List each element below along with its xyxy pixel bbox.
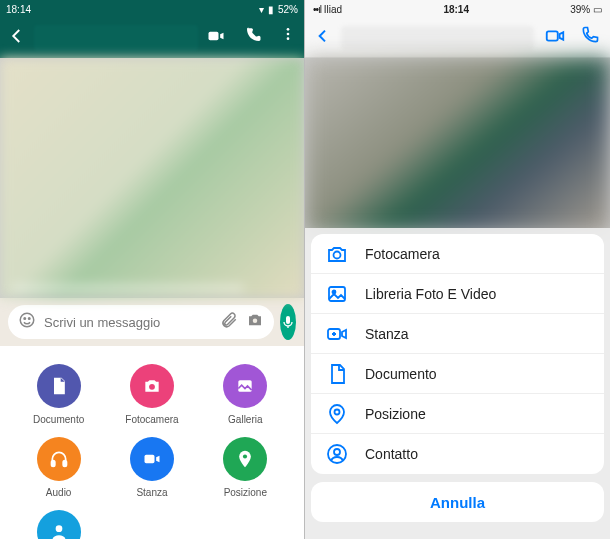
voice-call-icon[interactable] (580, 25, 600, 51)
svg-point-17 (334, 251, 341, 258)
ios-action-sheet: Fotocamera Libreria Foto E Video Stanza … (311, 234, 604, 474)
attach-posizione[interactable]: Posizione (205, 437, 285, 498)
sheet-label: Documento (365, 366, 437, 382)
svg-rect-11 (51, 461, 54, 467)
sheet-label: Posizione (365, 406, 426, 422)
svg-point-7 (253, 319, 258, 324)
ios-chat-header (305, 18, 610, 58)
svg-rect-13 (144, 455, 154, 463)
attach-label: Audio (46, 487, 72, 498)
attach-label: Posizione (224, 487, 267, 498)
svg-rect-12 (63, 461, 66, 467)
android-chat-header (0, 18, 304, 58)
document-icon (37, 364, 81, 408)
attach-documento[interactable]: Documento (19, 364, 99, 425)
room-icon (130, 437, 174, 481)
cancel-button[interactable]: Annulla (311, 482, 604, 522)
back-button[interactable] (315, 28, 331, 48)
battery-label: 39% ▭ (570, 4, 602, 15)
sheet-label: Contatto (365, 446, 418, 462)
svg-point-9 (149, 384, 155, 390)
status-right: ▾ ▮ 52% (259, 4, 298, 15)
attach-galleria[interactable]: Galleria (205, 364, 285, 425)
svg-point-1 (287, 28, 290, 31)
camera-icon (325, 242, 349, 266)
attachment-sheet: Documento Fotocamera Galleria Audio (0, 346, 304, 539)
contact-icon (325, 442, 349, 466)
svg-point-6 (29, 318, 31, 320)
svg-point-5 (24, 318, 26, 320)
svg-point-15 (55, 525, 62, 532)
ios-action-sheet-overlay: Fotocamera Libreria Foto E Video Stanza … (305, 228, 610, 539)
chat-background-blurred (305, 58, 610, 233)
attach-fotocamera[interactable]: Fotocamera (112, 364, 192, 425)
svg-point-21 (335, 409, 340, 414)
attach-audio[interactable]: Audio (19, 437, 99, 498)
contact-name-blurred[interactable] (341, 26, 534, 50)
gallery-icon (325, 282, 349, 306)
sheet-label: Stanza (365, 326, 409, 342)
sheet-contatto[interactable]: Contatto (311, 434, 604, 474)
attach-icon[interactable] (220, 311, 238, 333)
emoji-icon[interactable] (18, 311, 36, 333)
contact-icon (37, 510, 81, 539)
attach-contatto[interactable] (19, 510, 99, 539)
svg-rect-16 (547, 31, 558, 40)
attach-label: Stanza (136, 487, 167, 498)
room-icon (325, 322, 349, 346)
svg-rect-18 (329, 287, 345, 301)
voice-call-icon[interactable] (244, 26, 262, 50)
video-call-icon[interactable] (206, 26, 226, 50)
chat-background-blurred (0, 58, 304, 298)
gallery-icon (223, 364, 267, 408)
svg-rect-8 (286, 316, 290, 324)
camera-icon[interactable] (246, 311, 264, 333)
mic-button[interactable] (280, 304, 296, 340)
ios-panel: ••ıl Iliad 18:14 39% ▭ Fotocamera Libr (305, 0, 610, 539)
svg-point-4 (20, 313, 34, 327)
svg-point-3 (287, 37, 290, 40)
sheet-fotocamera[interactable]: Fotocamera (311, 234, 604, 274)
attach-stanza[interactable]: Stanza (112, 437, 192, 498)
svg-rect-0 (209, 32, 219, 40)
wifi-icon: ▾ (259, 4, 264, 15)
svg-point-14 (243, 454, 247, 458)
message-input-pill[interactable] (8, 305, 274, 339)
sheet-documento[interactable]: Documento (311, 354, 604, 394)
sheet-label: Libreria Foto E Video (365, 286, 496, 302)
sheet-label: Fotocamera (365, 246, 440, 262)
svg-point-23 (334, 449, 340, 455)
attach-label: Galleria (228, 414, 262, 425)
location-icon (325, 402, 349, 426)
more-icon[interactable] (280, 26, 296, 50)
back-button[interactable] (8, 27, 26, 49)
document-icon (325, 362, 349, 386)
svg-point-2 (287, 33, 290, 36)
battery-label: 52% (278, 4, 298, 15)
carrier-label: ••ıl Iliad (313, 4, 342, 15)
video-call-icon[interactable] (544, 25, 566, 51)
attach-label: Documento (33, 414, 84, 425)
message-input-row (0, 298, 304, 346)
ios-status-bar: ••ıl Iliad 18:14 39% ▭ (305, 0, 610, 18)
contact-name-blurred[interactable] (34, 25, 198, 51)
sheet-posizione[interactable]: Posizione (311, 394, 604, 434)
sheet-stanza[interactable]: Stanza (311, 314, 604, 354)
cancel-label: Annulla (430, 494, 485, 511)
signal-icon: ▮ (268, 4, 274, 15)
android-status-bar: 18:14 ▾ ▮ 52% (0, 0, 304, 18)
sheet-libreria[interactable]: Libreria Foto E Video (311, 274, 604, 314)
headphones-icon (37, 437, 81, 481)
attach-label: Fotocamera (125, 414, 178, 425)
location-icon (223, 437, 267, 481)
message-input[interactable] (44, 315, 212, 330)
android-panel: 18:14 ▾ ▮ 52% (0, 0, 305, 539)
camera-circle-icon (130, 364, 174, 408)
status-time: 18:14 (6, 4, 31, 15)
status-time: 18:14 (443, 4, 469, 15)
